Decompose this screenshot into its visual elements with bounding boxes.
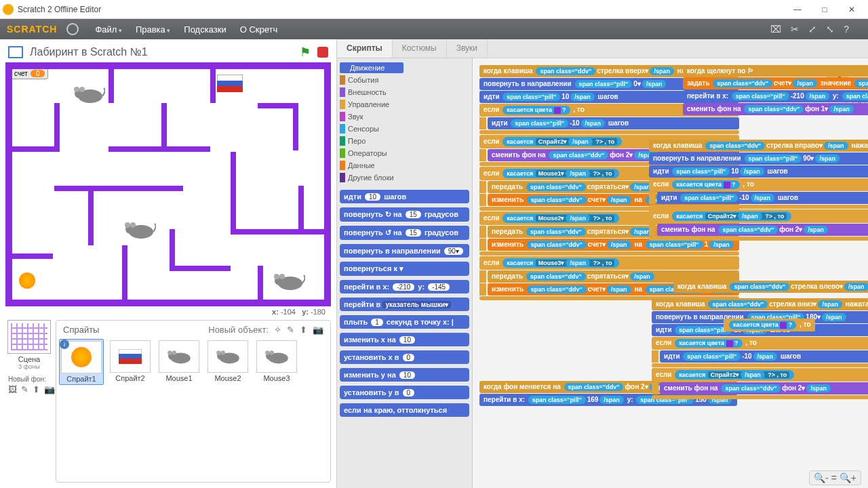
stamp-icon[interactable]: ⌧ bbox=[770, 24, 781, 35]
category-Данные[interactable]: Данные bbox=[340, 160, 403, 171]
zoom-in-icon[interactable]: 🔍+ bbox=[840, 472, 856, 483]
svg-point-20 bbox=[167, 350, 172, 354]
svg-point-9 bbox=[125, 222, 130, 228]
stage-coordinates: x: -104 y: -180 bbox=[3, 306, 334, 317]
close-button[interactable]: ✕ bbox=[838, 1, 865, 18]
menu-edit[interactable]: Правка bbox=[129, 24, 177, 35]
svg-rect-2 bbox=[217, 86, 243, 92]
palette-block[interactable]: установить x в 0 bbox=[340, 350, 469, 364]
sprite-item-Спрайт1[interactable]: iСпрайт1 bbox=[59, 339, 104, 385]
backdrop-upload-icon[interactable]: ⬆ bbox=[33, 384, 40, 394]
script-stack[interactable]: когда клавиша span class="ddv"стрелка вн… bbox=[652, 298, 868, 400]
window-titlebar: Scratch 2 Offline Editor ― □ ✕ bbox=[0, 0, 868, 19]
svg-point-6 bbox=[79, 87, 85, 92]
palette-block[interactable]: изменить x на 10 bbox=[340, 333, 469, 346]
score-label: счет bbox=[14, 70, 28, 77]
project-title[interactable]: Лабиринт в Scratch №1 bbox=[30, 46, 293, 58]
script-stack[interactable]: когда клавиша span class="ddv"стрелка вл… bbox=[673, 281, 868, 293]
sprite-upload-icon[interactable]: ⬆ bbox=[300, 325, 307, 335]
svg-point-14 bbox=[279, 274, 285, 279]
palette-block[interactable]: идти 10 шагов bbox=[340, 190, 469, 203]
palette-block[interactable]: повернуть в направлении 90▾ bbox=[340, 244, 469, 258]
window-title: Scratch 2 Offline Editor bbox=[18, 5, 784, 14]
backdrop-camera-icon[interactable]: 📷 bbox=[44, 384, 55, 394]
scene-panel: Сцена 3 фоны Новый фон: 🖼 ✎ ⬆ 📷 bbox=[5, 320, 53, 483]
zoom-reset-icon[interactable]: = bbox=[831, 472, 837, 483]
score-monitor[interactable]: счет 0 bbox=[11, 68, 48, 79]
palette-block[interactable]: установить y в 0 bbox=[340, 386, 469, 399]
category-Управление[interactable]: Управление bbox=[340, 99, 403, 110]
stage[interactable]: счет 0 bbox=[5, 62, 331, 306]
stop-button[interactable] bbox=[317, 47, 328, 58]
palette-block[interactable]: перейти в x: -210 y: -145 bbox=[340, 280, 469, 293]
minimize-button[interactable]: ― bbox=[784, 1, 811, 18]
sprite-item-Mouse3[interactable]: Mouse3 bbox=[254, 339, 299, 385]
sprite-panel: Спрайты Новый объект: ✧ ✎ ⬆ 📷 iСпрайт1Сп… bbox=[56, 320, 331, 483]
menu-about[interactable]: О Скретч bbox=[233, 24, 285, 35]
svg-point-25 bbox=[221, 350, 225, 354]
sprites-header: Спрайты bbox=[63, 325, 99, 335]
script-stack[interactable]: касается цвета ? , то bbox=[724, 319, 815, 332]
menu-bar: SCRATCH Файл Правка Подсказки О Скретч ⌧… bbox=[0, 19, 868, 39]
shrink-icon[interactable]: ⤡ bbox=[826, 24, 834, 35]
category-Движение[interactable]: Движение bbox=[340, 62, 403, 73]
sprite-library-icon[interactable]: ✧ bbox=[274, 325, 281, 335]
new-sprite-label: Новый объект: bbox=[208, 325, 269, 335]
palette-block[interactable]: повернуть ↺ на 15 градусов bbox=[340, 226, 469, 240]
tab-scripts[interactable]: Скрипты bbox=[337, 39, 393, 58]
app-icon bbox=[3, 4, 14, 15]
editor-tabs: Скрипты Костюмы Звуки bbox=[337, 39, 868, 58]
menu-file[interactable]: Файл bbox=[88, 24, 128, 35]
cat-sprite bbox=[19, 272, 35, 289]
script-canvas[interactable]: x: -210y: -145 когда клавиша span class=… bbox=[473, 58, 868, 488]
zoom-controls: 🔍- = 🔍+ bbox=[809, 470, 861, 485]
scratch-logo[interactable]: SCRATCH bbox=[7, 24, 57, 35]
sprite-paint-icon[interactable]: ✎ bbox=[287, 325, 294, 335]
sprite-item-Mouse2[interactable]: Mouse2 bbox=[205, 339, 250, 385]
sprite-camera-icon[interactable]: 📷 bbox=[313, 325, 323, 335]
scene-subtitle: 3 фоны bbox=[5, 363, 53, 370]
tab-sounds[interactable]: Звуки bbox=[447, 39, 488, 58]
language-icon[interactable] bbox=[66, 23, 79, 35]
category-Перо[interactable]: Перо bbox=[340, 136, 403, 146]
palette-block[interactable]: перейти в указатель мышки▾ bbox=[340, 298, 469, 311]
scene-label: Сцена bbox=[5, 355, 53, 363]
mouse-sprite-3 bbox=[271, 271, 305, 291]
category-Звук[interactable]: Звук bbox=[340, 111, 403, 122]
palette-block[interactable]: изменить y на 10 bbox=[340, 368, 469, 382]
sprite-item-Спрайт2[interactable]: Спрайт2 bbox=[108, 339, 153, 385]
backdrop-paint-icon[interactable]: ✎ bbox=[21, 384, 28, 394]
grow-icon[interactable]: ⤢ bbox=[808, 24, 816, 35]
sprite-item-Mouse1[interactable]: Mouse1 bbox=[157, 339, 201, 385]
script-stack[interactable]: когда щелкнут по 🏳задать span class="ddv… bbox=[683, 65, 868, 116]
palette-block[interactable]: повернуть ↻ на 15 градусов bbox=[340, 207, 469, 222]
svg-point-29 bbox=[270, 350, 274, 354]
palette-block[interactable]: если на краю, оттолкнуться bbox=[340, 403, 469, 417]
menu-tips[interactable]: Подсказки bbox=[177, 24, 233, 35]
category-Сенсоры[interactable]: Сенсоры bbox=[340, 123, 403, 134]
zoom-out-icon[interactable]: 🔍- bbox=[814, 472, 829, 483]
svg-point-5 bbox=[74, 87, 79, 92]
duplicate-icon[interactable]: ✂ bbox=[791, 24, 799, 35]
maximize-button[interactable]: □ bbox=[811, 1, 838, 18]
mouse-sprite-1 bbox=[71, 84, 105, 104]
help-icon[interactable]: ? bbox=[844, 24, 849, 35]
script-stack[interactable]: когда клавиша span class="ddv"стрелка вп… bbox=[649, 140, 868, 241]
category-События[interactable]: События bbox=[340, 75, 403, 85]
mouse-sprite-2 bbox=[122, 220, 156, 240]
svg-point-24 bbox=[216, 350, 220, 354]
svg-rect-17 bbox=[119, 359, 142, 364]
scene-thumbnail[interactable] bbox=[7, 320, 51, 354]
svg-point-10 bbox=[130, 222, 136, 228]
backdrop-library-icon[interactable]: 🖼 bbox=[8, 384, 17, 394]
fullscreen-icon[interactable] bbox=[8, 46, 23, 58]
svg-rect-16 bbox=[119, 354, 142, 359]
category-Операторы[interactable]: Операторы bbox=[340, 148, 403, 159]
green-flag-button[interactable]: ⚑ bbox=[300, 45, 311, 60]
palette-block[interactable]: повернуться к ▾ bbox=[340, 262, 469, 276]
score-value: 0 bbox=[31, 70, 45, 77]
category-Внешность[interactable]: Внешность bbox=[340, 87, 403, 98]
tab-costumes[interactable]: Костюмы bbox=[393, 39, 447, 58]
category-Другие блоки[interactable]: Другие блоки bbox=[340, 172, 403, 183]
palette-block[interactable]: плыть 1 секунд в точку x: | bbox=[340, 315, 469, 329]
